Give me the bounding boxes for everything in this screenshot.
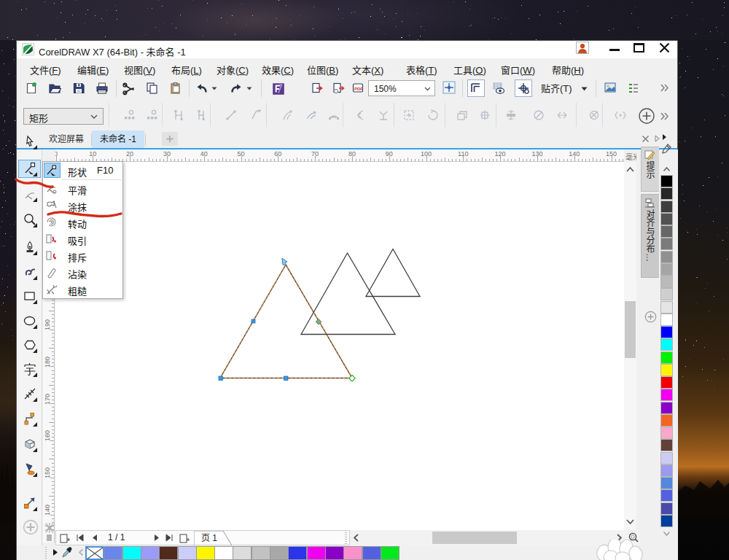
svg-text:页 1: 页 1 <box>201 533 217 543</box>
svg-text:PDF: PDF <box>354 87 363 91</box>
